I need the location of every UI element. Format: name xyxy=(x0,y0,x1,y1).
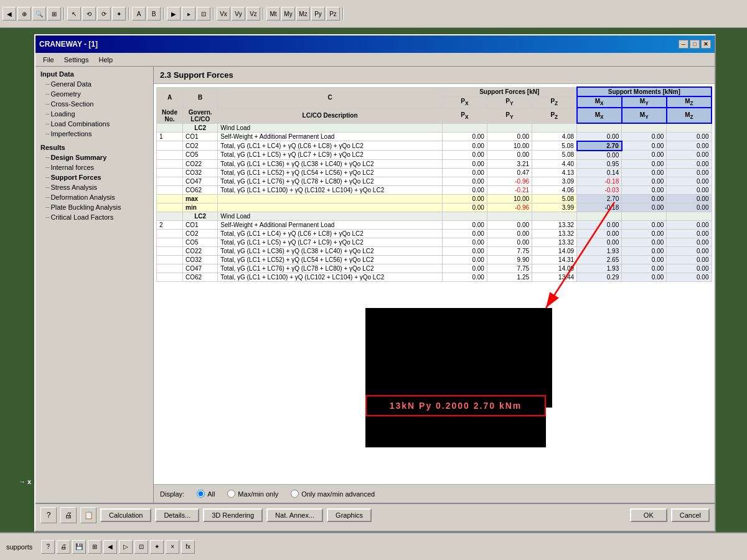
menu-help[interactable]: Help xyxy=(93,55,118,65)
sidebar-item-geometry[interactable]: Geometry xyxy=(35,89,153,99)
status-icon-6[interactable]: ▷ xyxy=(119,540,133,554)
toolbar-btn-4[interactable]: ⊞ xyxy=(47,7,61,21)
col-sub-g: MX xyxy=(577,96,622,108)
status-icon-7[interactable]: ⊡ xyxy=(134,540,148,554)
toolbar-btn-16[interactable]: Vz xyxy=(247,7,260,21)
toolbar-btn-11[interactable]: ▶ xyxy=(167,7,181,21)
status-icon-10[interactable]: fx xyxy=(181,540,195,554)
radio-maxmin-label: Max/min only xyxy=(238,490,278,498)
col-label-desc: LC/CO Description xyxy=(218,108,443,123)
minimize-button[interactable]: ─ xyxy=(679,40,688,49)
tooltip-value-box: 13kN Py 0.2000 2.70 kNm xyxy=(365,395,546,416)
toolbar-btn-2[interactable]: ⊕ xyxy=(17,7,31,21)
toolbar-btn-1[interactable]: ◀ xyxy=(2,7,16,21)
sidebar-item-plate-buckling[interactable]: Plate Buckling Analysis xyxy=(35,202,153,212)
section-title: 2.3 Support Forces xyxy=(154,67,715,84)
table-row: CO32Total, γG (LC1 + LC52) + γQ (LC54 + … xyxy=(157,255,712,264)
sidebar-item-load-combinations[interactable]: Load Combinations xyxy=(35,119,153,129)
toolbar-btn-12[interactable]: ▸ xyxy=(182,7,195,21)
status-icon-1[interactable]: ? xyxy=(41,540,55,554)
details-button[interactable]: Details... xyxy=(155,508,199,522)
toolbar-btn-8[interactable]: ✦ xyxy=(112,7,126,21)
toolbar-btn-20[interactable]: Py xyxy=(311,7,325,21)
sidebar-item-cross-section[interactable]: Cross-Section xyxy=(35,99,153,109)
col-label-lc: Govern.LC/CO xyxy=(183,108,218,123)
graphics-button[interactable]: Graphics xyxy=(327,508,372,522)
toolbar-btn-3[interactable]: 🔍 xyxy=(32,7,46,21)
print-icon-btn[interactable]: 🖨 xyxy=(60,507,77,523)
toolbar-btn-6[interactable]: ⟲ xyxy=(82,7,96,21)
table-row: CO5Total, γG (LC1 + LC5) + γQ (LC7 + LC9… xyxy=(157,151,712,160)
radio-maxmin[interactable]: Max/min only xyxy=(227,490,278,498)
col-label-pz: PZ xyxy=(532,108,577,123)
sidebar: Input Data General Data Geometry Cross-S… xyxy=(35,67,154,503)
content-area: Input Data General Data Geometry Cross-S… xyxy=(35,67,715,503)
table-row: CO47Total, γG (LC1 + LC76) + γQ (LC78 + … xyxy=(157,264,712,273)
help-icon-btn[interactable]: ? xyxy=(40,507,57,523)
table-row: CO2Total, γG (LC1 + LC4) + γQ (LC6 + LC8… xyxy=(157,229,712,238)
menu-settings[interactable]: Settings xyxy=(59,55,94,65)
radio-maxmin-advanced[interactable]: Only max/min advanced xyxy=(291,490,375,498)
sidebar-item-stress-analysis[interactable]: Stress Analysis xyxy=(35,182,153,192)
sidebar-item-design-summary[interactable]: Design Summary xyxy=(35,152,153,162)
main-window: CRANEWAY - [1] ─ □ ✕ File Settings Help … xyxy=(34,34,716,532)
table-row-min: min0.00-0.963.99-0.180.000.00 xyxy=(157,203,712,212)
toolbar-btn-21[interactable]: Pz xyxy=(326,7,340,21)
status-icon-4[interactable]: ⊞ xyxy=(88,540,101,554)
table-row: CO5Total, γG (LC1 + LC5) + γQ (LC7 + LC9… xyxy=(157,238,712,246)
status-icon-8[interactable]: ✦ xyxy=(150,540,164,554)
status-icon-5[interactable]: ◀ xyxy=(103,540,117,554)
sep-4 xyxy=(213,7,214,20)
bottom-buttons: ? 🖨 📋 Calculation Details... 3D Renderin… xyxy=(35,503,715,526)
nat-annex-button[interactable]: Nat. Annex... xyxy=(266,508,323,522)
table-row: CO32Total, γG (LC1 + LC52) + γQ (LC54 + … xyxy=(157,168,712,177)
toolbar-btn-15[interactable]: Vy xyxy=(232,7,245,21)
table-row: LC2Wind Load xyxy=(157,123,712,132)
tooltip-overlay: 13kN Py 0.2000 2.70 kNm xyxy=(365,308,552,447)
table-row: CO47Total, γG (LC1 + LC76) + γQ (LC78 + … xyxy=(157,177,712,185)
table-row: CO62Total, γG (LC1 + LC100) + γQ (LC102 … xyxy=(157,185,712,194)
calculation-button[interactable]: Calculation xyxy=(100,508,151,522)
col-header-def: Support Forces [kN] xyxy=(442,87,576,96)
ok-button[interactable]: OK xyxy=(630,508,667,522)
status-icon-2[interactable]: 🖨 xyxy=(57,540,70,554)
export-icon-btn[interactable]: 📋 xyxy=(80,507,96,523)
table-row: 2CO1Self-Weight + Additional Permanent L… xyxy=(157,220,712,229)
col-sub-e: PY xyxy=(487,96,532,108)
toolbar-btn-5[interactable]: ↖ xyxy=(67,7,81,21)
toolbar-btn-13[interactable]: ⊡ xyxy=(197,7,210,21)
menu-file[interactable]: File xyxy=(38,55,59,65)
toolbar-btn-17[interactable]: Mt xyxy=(266,7,280,21)
col-header-c: C xyxy=(218,87,443,108)
status-icon-9[interactable]: × xyxy=(166,540,179,554)
toolbar-btn-19[interactable]: Mz xyxy=(296,7,310,21)
radio-maxmin-advanced-label: Only max/min advanced xyxy=(301,490,375,498)
col-label-mz: MZ xyxy=(667,108,712,123)
sidebar-item-imperfections[interactable]: Imperfections xyxy=(35,129,153,139)
sidebar-item-loading[interactable]: Loading xyxy=(35,109,153,119)
col-header-ghi: Support Moments [kNm] xyxy=(577,87,712,96)
col-label-node: NodeNo. xyxy=(157,108,183,123)
sidebar-item-internal-forces[interactable]: Internal forces xyxy=(35,162,153,172)
table-container[interactable]: A B C Support Forces [kN] Support Moment… xyxy=(154,84,715,484)
sidebar-item-critical-load[interactable]: Critical Load Factors xyxy=(35,212,153,222)
toolbar-btn-14[interactable]: Vx xyxy=(217,7,230,21)
col-label-mx: MX xyxy=(577,108,622,123)
toolbar-btn-9[interactable]: A xyxy=(132,7,146,21)
status-icon-3[interactable]: 💾 xyxy=(72,540,86,554)
cancel-button[interactable]: Cancel xyxy=(671,508,710,522)
toolbar-btn-10[interactable]: B xyxy=(147,7,161,21)
radio-all[interactable]: All xyxy=(197,490,215,498)
main-panel: 2.3 Support Forces A B C Support Forces … xyxy=(154,67,715,503)
rendering-3d-button[interactable]: 3D Rendering xyxy=(203,508,263,522)
maximize-button[interactable]: □ xyxy=(690,40,700,49)
sidebar-item-general-data[interactable]: General Data xyxy=(35,79,153,89)
sep-5 xyxy=(263,7,264,20)
close-button[interactable]: ✕ xyxy=(701,40,711,49)
sidebar-item-deformation-analysis[interactable]: Deformation Analysis xyxy=(35,192,153,202)
tooltip-black-box xyxy=(365,308,552,408)
toolbar-btn-18[interactable]: My xyxy=(281,7,295,21)
sidebar-item-support-forces[interactable]: Support Forces xyxy=(35,172,153,182)
table-row: CO22Total, γG (LC1 + LC36) + γQ (LC38 + … xyxy=(157,246,712,255)
toolbar-btn-7[interactable]: ⟳ xyxy=(97,7,111,21)
